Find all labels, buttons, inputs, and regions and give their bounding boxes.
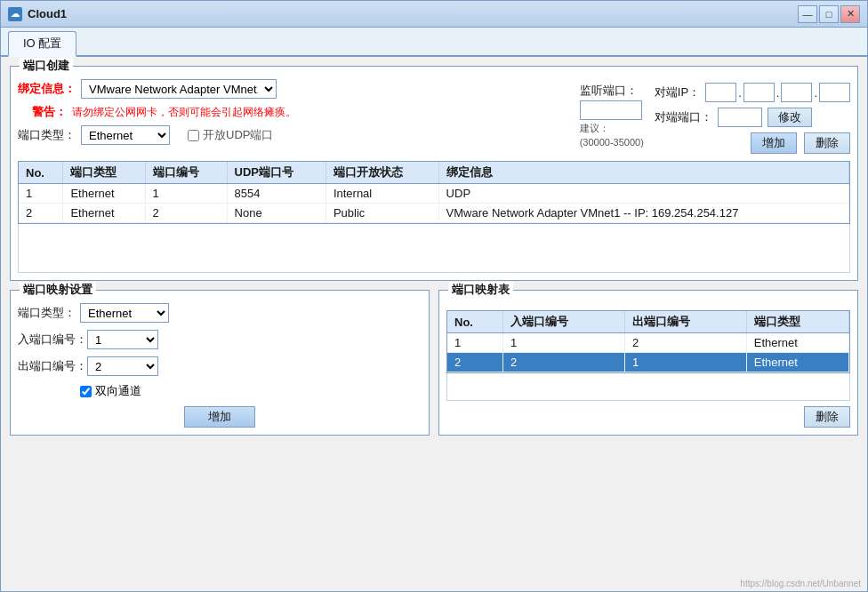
peer-port-label: 对端端口： <box>655 109 712 125</box>
mapping-add-row: 增加 <box>18 406 422 428</box>
map-col-in: 入端口编号 <box>503 311 625 333</box>
bidirectional-row: 双向通道 <box>80 383 422 399</box>
col-bind: 绑定信息 <box>438 162 848 184</box>
port-creation-right: 监听端口： 30000 建议： (30000-35000) 对端IP： 0 . <box>580 83 850 154</box>
out-port-label: 出端口编号： <box>18 358 87 374</box>
table-row[interactable]: 112Ethernet <box>447 333 849 353</box>
open-udp-checkbox[interactable] <box>188 130 199 141</box>
listen-section: 监听端口： 30000 建议： (30000-35000) <box>580 83 644 148</box>
in-port-row: 入端口编号： 1 <box>18 330 422 349</box>
app-icon: ☁ <box>8 7 22 21</box>
tab-bar: IO 配置 <box>1 28 867 57</box>
bind-select[interactable]: VMware Network Adapter VMnet1 -- IP: 169… <box>81 79 277 99</box>
port-mapping-settings-label: 端口映射设置 <box>20 282 96 298</box>
mapping-delete-row: 删除 <box>446 406 850 428</box>
port-table-spacer <box>18 224 850 273</box>
peer-ip-label: 对端IP： <box>655 84 700 100</box>
port-table: No. 端口类型 端口编号 UDP端口号 端口开放状态 绑定信息 1Ethern… <box>19 162 849 223</box>
bidirectional-label: 双向通道 <box>95 383 141 399</box>
col-udp: UDP端口号 <box>227 162 326 184</box>
tab-io[interactable]: IO 配置 <box>8 31 76 57</box>
watermark: https://blog.csdn.net/Unbannet <box>740 579 861 588</box>
close-button[interactable]: ✕ <box>840 5 860 23</box>
titlebar-left: ☁ Cloud1 <box>8 7 67 21</box>
port-creation-group: 端口创建 绑定信息： VMware Network Adapter VMnet1… <box>10 66 858 281</box>
mapping-add-button[interactable]: 增加 <box>184 406 255 428</box>
ip-field-4[interactable]: 0 <box>819 83 850 102</box>
table-row[interactable]: 2Ethernet2NonePublicVMware Network Adapt… <box>19 204 849 223</box>
maximize-button[interactable]: □ <box>819 5 839 23</box>
port-type-row: 端口类型： Ethernet 开放UDP端口 <box>18 125 566 145</box>
bottom-sections: 端口映射设置 端口类型： Ethernet 入端口编号： 1 出端口编号： <box>10 290 858 444</box>
peer-port-row: 对端端口： 0 修改 <box>655 108 850 127</box>
mapping-type-row: 端口类型： Ethernet <box>18 303 422 323</box>
port-table-header: No. 端口类型 端口编号 UDP端口号 端口开放状态 绑定信息 <box>19 162 849 184</box>
peer-ip-row: 对端IP： 0 . 0 . 0 . 0 <box>655 83 850 102</box>
bidirectional-checkbox[interactable] <box>80 386 92 397</box>
main-window: ☁ Cloud1 — □ ✕ IO 配置 端口创建 绑定信息： V <box>0 0 868 592</box>
warning-row: 警告： 请勿绑定公网网卡，否则可能会引起网络瘫痪。 <box>18 104 566 120</box>
modify-button[interactable]: 修改 <box>768 108 812 127</box>
mapping-table: No. 入端口编号 出端口编号 端口类型 112Ethernet221Ether… <box>447 311 849 372</box>
listen-port-input[interactable]: 30000 <box>580 100 642 120</box>
ip-field-1[interactable]: 0 <box>705 83 736 102</box>
port-mapping-table-group: 端口映射表 No. 入端口编号 出端口编号 端口类型 112Ethe <box>438 290 858 436</box>
in-port-label: 入端口编号： <box>18 332 87 348</box>
mapping-table-header: No. 入端口编号 出端口编号 端口类型 <box>447 311 849 333</box>
mapping-delete-button[interactable]: 删除 <box>804 406 850 428</box>
mapping-table-body: 112Ethernet221Ethernet <box>447 333 849 372</box>
minimize-button[interactable]: — <box>798 5 817 23</box>
mapping-table-spacer <box>446 373 850 401</box>
map-col-type: 端口类型 <box>746 311 848 333</box>
table-row[interactable]: 1Ethernet18554InternalUDP <box>19 184 849 204</box>
peer-section: 对端IP： 0 . 0 . 0 . 0 <box>655 83 850 154</box>
port-mapping-settings-group: 端口映射设置 端口类型： Ethernet 入端口编号： 1 出端口编号： <box>10 290 430 436</box>
warning-text: 请勿绑定公网网卡，否则可能会引起网络瘫痪。 <box>72 105 296 120</box>
add-port-button[interactable]: 增加 <box>751 132 797 154</box>
ip-inputs: 0 . 0 . 0 . 0 <box>705 83 850 102</box>
suggestion-label: 建议： <box>580 122 644 135</box>
bind-label: 绑定信息： <box>18 81 76 97</box>
bind-info-row: 绑定信息： VMware Network Adapter VMnet1 -- I… <box>18 79 566 99</box>
port-type-select[interactable]: Ethernet <box>81 125 170 145</box>
port-table-wrapper: No. 端口类型 端口编号 UDP端口号 端口开放状态 绑定信息 1Ethern… <box>18 161 850 224</box>
suggestion-range: (30000-35000) <box>580 137 644 148</box>
warning-label: 警告： <box>18 104 67 120</box>
window-title: Cloud1 <box>28 7 67 20</box>
titlebar: ☁ Cloud1 — □ ✕ <box>1 1 867 28</box>
mapping-table-wrapper: No. 入端口编号 出端口编号 端口类型 112Ethernet221Ether… <box>446 310 850 373</box>
map-col-out: 出端口编号 <box>624 311 746 333</box>
port-creation-label: 端口创建 <box>20 58 73 74</box>
col-no: No. <box>19 162 63 184</box>
port-table-body: 1Ethernet18554InternalUDP2Ethernet2NoneP… <box>19 184 849 223</box>
out-port-select[interactable]: 2 <box>87 356 158 376</box>
mapping-type-label: 端口类型： <box>18 305 80 321</box>
mapping-type-select[interactable]: Ethernet <box>80 303 169 323</box>
peer-port-input[interactable]: 0 <box>718 108 762 127</box>
open-udp-label: 开放UDP端口 <box>188 127 273 143</box>
col-status: 端口开放状态 <box>326 162 438 184</box>
col-type: 端口类型 <box>63 162 145 184</box>
delete-port-button[interactable]: 删除 <box>804 132 850 154</box>
add-delete-row: 增加 删除 <box>655 132 850 154</box>
in-port-select[interactable]: 1 <box>87 330 158 349</box>
port-creation-left: 绑定信息： VMware Network Adapter VMnet1 -- I… <box>18 79 566 150</box>
port-type-label: 端口类型： <box>18 127 76 143</box>
out-port-row: 出端口编号： 2 <box>18 356 422 376</box>
col-num: 端口编号 <box>145 162 227 184</box>
ip-field-2[interactable]: 0 <box>743 83 775 102</box>
titlebar-buttons: — □ ✕ <box>798 5 860 23</box>
port-mapping-table-label: 端口映射表 <box>448 282 513 298</box>
listen-port-label: 监听端口： <box>580 83 644 99</box>
table-row[interactable]: 221Ethernet <box>447 353 849 372</box>
ip-field-3[interactable]: 0 <box>781 83 812 102</box>
main-content: 端口创建 绑定信息： VMware Network Adapter VMnet1… <box>1 57 867 591</box>
map-col-no: No. <box>447 311 503 333</box>
